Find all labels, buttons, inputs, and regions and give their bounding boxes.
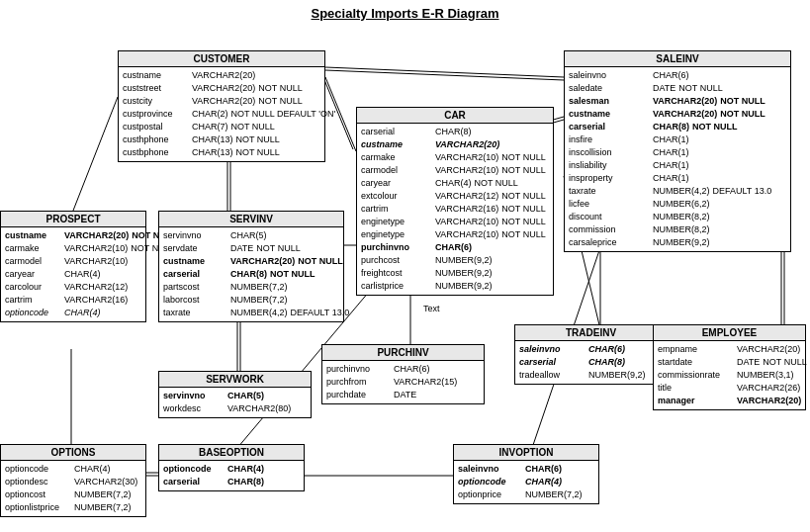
field-row: manager VARCHAR2(20) bbox=[658, 395, 801, 407]
entity-options: OPTIONS optioncode CHAR(4) optiondesc VA… bbox=[0, 444, 146, 517]
field-row: laborcost NUMBER(7,2) bbox=[163, 294, 339, 307]
field-row: salesman VARCHAR2(20) NOT NULL bbox=[569, 95, 786, 108]
field-row: caryear CHAR(4) NOT NULL bbox=[361, 177, 549, 190]
entity-baseoption: BASEOPTION optioncode CHAR(4) carserial … bbox=[158, 444, 305, 491]
field-row: optionprice NUMBER(7,2) bbox=[458, 488, 594, 501]
field-row: carserial CHAR(8) bbox=[163, 476, 300, 488]
svg-line-6 bbox=[71, 97, 118, 216]
field-row: optioncode CHAR(4) bbox=[5, 463, 141, 476]
entity-invoption-title: INVOPTION bbox=[454, 445, 598, 461]
entity-servinv-title: SERVINV bbox=[159, 212, 343, 227]
field-row: custname VARCHAR2(20) bbox=[123, 69, 320, 82]
entity-prospect: PROSPECT custname VARCHAR2(20) NOT NULL … bbox=[0, 211, 146, 322]
field-row: custhphone CHAR(13) NOT NULL bbox=[123, 133, 320, 146]
field-row: inscollision CHAR(1) bbox=[569, 146, 786, 159]
field-row: carsaleprice NUMBER(9,2) bbox=[569, 236, 786, 249]
entity-employee-title: EMPLOYEE bbox=[654, 325, 805, 341]
field-row: commissionrate NUMBER(3,1) bbox=[658, 369, 801, 382]
field-row: servinvno CHAR(5) bbox=[163, 390, 307, 402]
field-row: purchcost NUMBER(9,2) bbox=[361, 254, 549, 267]
field-row: optionlistprice NUMBER(7,2) bbox=[5, 501, 141, 514]
field-row: custbphone CHAR(13) NOT NULL bbox=[123, 146, 320, 159]
field-row: custpostal CHAR(7) NOT NULL bbox=[123, 121, 320, 133]
field-row: caryear CHAR(4) bbox=[5, 268, 141, 281]
field-row: taxrate NUMBER(4,2) DEFAULT 13.0 bbox=[569, 185, 786, 198]
field-row: purchdate DATE bbox=[326, 389, 480, 401]
entity-employee: EMPLOYEE empname VARCHAR2(20) startdate … bbox=[653, 324, 806, 410]
entity-options-title: OPTIONS bbox=[1, 445, 145, 461]
field-row: carmodel VARCHAR2(10) NOT NULL bbox=[361, 164, 549, 177]
field-row: enginetype VARCHAR2(10) NOT NULL bbox=[361, 216, 549, 228]
svg-line-4 bbox=[325, 67, 564, 77]
field-row: optiondesc VARCHAR2(30) bbox=[5, 476, 141, 488]
entity-car-title: CAR bbox=[357, 108, 553, 124]
field-row: partscost NUMBER(7,2) bbox=[163, 281, 339, 294]
entity-tradeinv: TRADEINV saleinvno CHAR(6) carserial CHA… bbox=[514, 324, 668, 385]
field-row: saleinvno CHAR(6) bbox=[519, 343, 663, 356]
field-row: servinvno CHAR(5) bbox=[163, 229, 339, 242]
page-title: Specialty Imports E-R Diagram bbox=[0, 0, 810, 23]
field-row: licfee NUMBER(6,2) bbox=[569, 198, 786, 211]
field-row: optioncode CHAR(4) bbox=[458, 476, 594, 488]
field-row: carmodel VARCHAR2(10) bbox=[5, 255, 141, 268]
entity-tradeinv-title: TRADEINV bbox=[515, 325, 667, 341]
entity-servinv: SERVINV servinvno CHAR(5) servdate DATE … bbox=[158, 211, 344, 322]
field-row: insfire CHAR(1) bbox=[569, 133, 786, 146]
field-row: custname VARCHAR2(20) NOT NULL bbox=[163, 255, 339, 268]
field-row: servdate DATE NOT NULL bbox=[163, 242, 339, 255]
field-row: cartrim VARCHAR2(16) NOT NULL bbox=[361, 203, 549, 216]
field-row: startdate DATE NOT NULL bbox=[658, 356, 801, 369]
field-row: freightcost NUMBER(9,2) bbox=[361, 267, 549, 280]
field-row: carserial CHAR(8) NOT NULL bbox=[569, 121, 786, 133]
field-row: carlistprice NUMBER(9,2) bbox=[361, 280, 549, 293]
field-row: custstreet VARCHAR2(20) NOT NULL bbox=[123, 82, 320, 95]
entity-servwork-title: SERVWORK bbox=[159, 372, 311, 388]
field-row: custname VARCHAR2(20) NOT NULL bbox=[569, 108, 786, 121]
field-row: optioncode CHAR(4) bbox=[5, 307, 141, 319]
field-row: carserial CHAR(8) NOT NULL bbox=[163, 268, 339, 281]
field-row: optioncost NUMBER(7,2) bbox=[5, 488, 141, 501]
field-row: carmake VARCHAR2(10) NOT NULL bbox=[5, 242, 141, 255]
entity-prospect-title: PROSPECT bbox=[1, 212, 145, 227]
diagram-area: Text CUSTOMER custname VARCHA bbox=[0, 23, 810, 532]
entity-purchinv: PURCHINV purchinvno CHAR(6) purchfrom VA… bbox=[321, 344, 485, 404]
field-row: carmake VARCHAR2(10) NOT NULL bbox=[361, 151, 549, 164]
field-row: carserial CHAR(8) bbox=[361, 126, 549, 138]
entity-car: CAR carserial CHAR(8) custname VARCHAR2(… bbox=[356, 107, 554, 296]
field-row: empname VARCHAR2(20) bbox=[658, 343, 801, 356]
field-row: commission NUMBER(8,2) bbox=[569, 223, 786, 236]
field-row: custcity VARCHAR2(20) NOT NULL bbox=[123, 95, 320, 108]
entity-saleinv-title: SALEINV bbox=[565, 51, 790, 67]
field-row: discount NUMBER(8,2) bbox=[569, 211, 786, 223]
field-row: cartrim VARCHAR2(16) bbox=[5, 294, 141, 307]
field-row: title VARCHAR2(26) bbox=[658, 382, 801, 395]
entity-purchinv-title: PURCHINV bbox=[322, 345, 484, 361]
entity-invoption: INVOPTION saleinvno CHAR(6) optioncode C… bbox=[453, 444, 599, 504]
field-row: extcolour VARCHAR2(12) NOT NULL bbox=[361, 190, 549, 203]
field-row: carserial CHAR(8) bbox=[519, 356, 663, 369]
field-row: optioncode CHAR(4) bbox=[163, 463, 300, 476]
field-row: enginetype VARCHAR2(10) NOT NULL bbox=[361, 228, 549, 241]
field-row: purchinvno CHAR(6) bbox=[326, 363, 480, 376]
field-row: insliability CHAR(1) bbox=[569, 159, 786, 172]
field-row: purchfrom VARCHAR2(15) bbox=[326, 376, 480, 389]
field-row: custprovince CHAR(2) NOT NULL DEFAULT 'O… bbox=[123, 108, 320, 121]
svg-text:Text: Text bbox=[423, 304, 440, 313]
entity-servwork: SERVWORK servinvno CHAR(5) workdesc VARC… bbox=[158, 371, 312, 418]
field-row: saledate DATE NOT NULL bbox=[569, 82, 786, 95]
field-row: custname VARCHAR2(20) bbox=[361, 138, 549, 151]
field-row: saleinvno CHAR(6) bbox=[458, 463, 594, 476]
entity-baseoption-title: BASEOPTION bbox=[159, 445, 304, 461]
field-row: workdesc VARCHAR2(80) bbox=[163, 402, 307, 415]
svg-line-5 bbox=[325, 70, 564, 80]
field-row: tradeallow NUMBER(9,2) bbox=[519, 369, 663, 382]
field-row: taxrate NUMBER(4,2) DEFAULT 13.0 bbox=[163, 307, 339, 319]
entity-customer: CUSTOMER custname VARCHAR2(20) custstree… bbox=[118, 50, 325, 162]
field-row: saleinvno CHAR(6) bbox=[569, 69, 786, 82]
field-row: custname VARCHAR2(20) NOT NULL bbox=[5, 229, 141, 242]
field-row: carcolour VARCHAR2(12) bbox=[5, 281, 141, 294]
field-row: insproperty CHAR(1) bbox=[569, 172, 786, 185]
entity-customer-title: CUSTOMER bbox=[119, 51, 324, 67]
entity-saleinv: SALEINV saleinvno CHAR(6) saledate DATE … bbox=[564, 50, 791, 252]
field-row: purchinvno CHAR(6) bbox=[361, 241, 549, 254]
